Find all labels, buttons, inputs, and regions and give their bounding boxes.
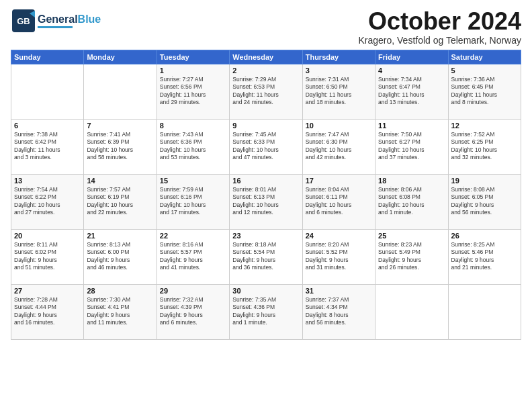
day-cell: 31Sunrise: 7:37 AM Sunset: 4:34 PM Dayli… [302,284,375,339]
day-number: 20 [14,232,81,240]
day-info: Sunrise: 8:16 AM Sunset: 5:57 PM Dayligh… [160,241,226,272]
day-number: 24 [306,232,372,240]
day-info: Sunrise: 7:47 AM Sunset: 6:30 PM Dayligh… [306,131,372,162]
day-cell: 1Sunrise: 7:27 AM Sunset: 6:56 PM Daylig… [157,64,229,119]
day-cell: 20Sunrise: 8:11 AM Sunset: 6:02 PM Dayli… [11,229,84,284]
day-cell: 22Sunrise: 8:16 AM Sunset: 5:57 PM Dayli… [157,229,229,284]
day-number: 14 [87,177,153,185]
col-tuesday: Tuesday [157,50,229,64]
day-info: Sunrise: 8:13 AM Sunset: 6:00 PM Dayligh… [87,241,153,272]
day-cell: 16Sunrise: 8:01 AM Sunset: 6:13 PM Dayli… [230,174,302,229]
day-cell [375,284,448,339]
day-cell [448,284,521,339]
day-cell: 18Sunrise: 8:06 AM Sunset: 6:08 PM Dayli… [375,174,448,229]
day-info: Sunrise: 7:37 AM Sunset: 4:34 PM Dayligh… [306,296,372,327]
day-info: Sunrise: 7:59 AM Sunset: 6:16 PM Dayligh… [160,186,226,217]
day-number: 15 [160,177,226,185]
day-cell: 29Sunrise: 7:32 AM Sunset: 4:39 PM Dayli… [157,284,229,339]
col-monday: Monday [84,50,157,64]
day-cell: 30Sunrise: 7:35 AM Sunset: 4:36 PM Dayli… [230,284,302,339]
day-cell: 21Sunrise: 8:13 AM Sunset: 6:00 PM Dayli… [84,229,157,284]
day-number: 25 [378,232,445,240]
day-cell: 7Sunrise: 7:41 AM Sunset: 6:39 PM Daylig… [84,119,157,174]
day-cell: 19Sunrise: 8:08 AM Sunset: 6:05 PM Dayli… [448,174,521,229]
day-info: Sunrise: 7:27 AM Sunset: 6:56 PM Dayligh… [160,76,226,107]
week-row-2: 6Sunrise: 7:38 AM Sunset: 6:42 PM Daylig… [11,119,521,174]
day-number: 19 [451,177,518,185]
col-sunday: Sunday [11,50,84,64]
day-cell: 25Sunrise: 8:23 AM Sunset: 5:49 PM Dayli… [375,229,448,284]
day-cell: 28Sunrise: 7:30 AM Sunset: 4:41 PM Dayli… [84,284,157,339]
day-number: 18 [378,177,445,185]
day-number: 8 [160,122,226,130]
week-row-3: 13Sunrise: 7:54 AM Sunset: 6:22 PM Dayli… [11,174,521,229]
day-number: 30 [232,287,299,295]
day-info: Sunrise: 8:01 AM Sunset: 6:13 PM Dayligh… [232,186,299,217]
week-row-4: 20Sunrise: 8:11 AM Sunset: 6:02 PM Dayli… [11,229,521,284]
day-cell: 27Sunrise: 7:28 AM Sunset: 4:44 PM Dayli… [11,284,84,339]
day-info: Sunrise: 8:04 AM Sunset: 6:11 PM Dayligh… [306,186,372,217]
day-number: 12 [451,122,518,130]
day-info: Sunrise: 7:36 AM Sunset: 6:45 PM Dayligh… [451,76,518,107]
day-info: Sunrise: 7:38 AM Sunset: 6:42 PM Dayligh… [14,131,81,162]
day-number: 9 [232,122,299,130]
day-number: 22 [160,232,226,240]
day-info: Sunrise: 7:32 AM Sunset: 4:39 PM Dayligh… [160,296,226,327]
day-cell: 4Sunrise: 7:34 AM Sunset: 6:47 PM Daylig… [375,64,448,119]
day-cell: 10Sunrise: 7:47 AM Sunset: 6:30 PM Dayli… [302,119,375,174]
day-number: 16 [232,177,299,185]
day-info: Sunrise: 8:11 AM Sunset: 6:02 PM Dayligh… [14,241,81,272]
svg-text:GB: GB [17,16,30,26]
col-friday: Friday [375,50,448,64]
day-number: 17 [306,177,372,185]
day-number: 1 [160,66,226,75]
week-row-5: 27Sunrise: 7:28 AM Sunset: 4:44 PM Dayli… [11,284,521,339]
day-number: 21 [87,232,153,240]
logo-underline [38,26,73,28]
day-cell: 2Sunrise: 7:29 AM Sunset: 6:53 PM Daylig… [230,64,302,119]
day-cell: 9Sunrise: 7:45 AM Sunset: 6:33 PM Daylig… [230,119,302,174]
day-cell: 23Sunrise: 8:18 AM Sunset: 5:54 PM Dayli… [230,229,302,284]
day-info: Sunrise: 7:31 AM Sunset: 6:50 PM Dayligh… [306,76,372,107]
day-cell: 8Sunrise: 7:43 AM Sunset: 6:36 PM Daylig… [157,119,229,174]
day-cell: 11Sunrise: 7:50 AM Sunset: 6:27 PM Dayli… [375,119,448,174]
day-cell: 15Sunrise: 7:59 AM Sunset: 6:16 PM Dayli… [157,174,229,229]
day-info: Sunrise: 8:20 AM Sunset: 5:52 PM Dayligh… [306,241,372,272]
page-container: GB GeneralBlue October 2024 Kragero, Ves… [0,0,532,345]
day-info: Sunrise: 7:45 AM Sunset: 6:33 PM Dayligh… [232,131,299,162]
logo: GB GeneralBlue [11,8,101,34]
day-cell: 3Sunrise: 7:31 AM Sunset: 6:50 PM Daylig… [302,64,375,119]
day-cell: 17Sunrise: 8:04 AM Sunset: 6:11 PM Dayli… [302,174,375,229]
day-number: 2 [232,66,299,75]
title-section: October 2024 Kragero, Vestfold og Telema… [358,8,521,46]
day-info: Sunrise: 7:34 AM Sunset: 6:47 PM Dayligh… [378,76,445,107]
day-number: 27 [14,287,81,295]
day-info: Sunrise: 8:25 AM Sunset: 5:46 PM Dayligh… [451,241,518,272]
day-info: Sunrise: 7:41 AM Sunset: 6:39 PM Dayligh… [87,131,153,162]
day-cell: 5Sunrise: 7:36 AM Sunset: 6:45 PM Daylig… [448,64,521,119]
day-cell: 14Sunrise: 7:57 AM Sunset: 6:19 PM Dayli… [84,174,157,229]
day-cell: 6Sunrise: 7:38 AM Sunset: 6:42 PM Daylig… [11,119,84,174]
col-saturday: Saturday [448,50,521,64]
day-info: Sunrise: 8:18 AM Sunset: 5:54 PM Dayligh… [232,241,299,272]
day-number: 6 [14,122,81,130]
day-info: Sunrise: 7:35 AM Sunset: 4:36 PM Dayligh… [232,296,299,327]
day-cell: 13Sunrise: 7:54 AM Sunset: 6:22 PM Dayli… [11,174,84,229]
logo-icon: GB [11,8,36,34]
logo-text: GeneralBlue [38,13,101,26]
subtitle: Kragero, Vestfold og Telemark, Norway [358,35,521,46]
day-number: 28 [87,287,153,295]
day-info: Sunrise: 7:54 AM Sunset: 6:22 PM Dayligh… [14,186,81,217]
day-number: 4 [378,66,445,75]
day-info: Sunrise: 7:29 AM Sunset: 6:53 PM Dayligh… [232,76,299,107]
day-info: Sunrise: 7:30 AM Sunset: 4:41 PM Dayligh… [87,296,153,327]
day-cell: 12Sunrise: 7:52 AM Sunset: 6:25 PM Dayli… [448,119,521,174]
day-cell [11,64,84,119]
header: GB GeneralBlue October 2024 Kragero, Ves… [11,8,521,46]
day-info: Sunrise: 7:57 AM Sunset: 6:19 PM Dayligh… [87,186,153,217]
col-wednesday: Wednesday [230,50,302,64]
day-number: 5 [451,66,518,75]
day-info: Sunrise: 7:28 AM Sunset: 4:44 PM Dayligh… [14,296,81,327]
day-info: Sunrise: 8:08 AM Sunset: 6:05 PM Dayligh… [451,186,518,217]
day-number: 31 [306,287,372,295]
